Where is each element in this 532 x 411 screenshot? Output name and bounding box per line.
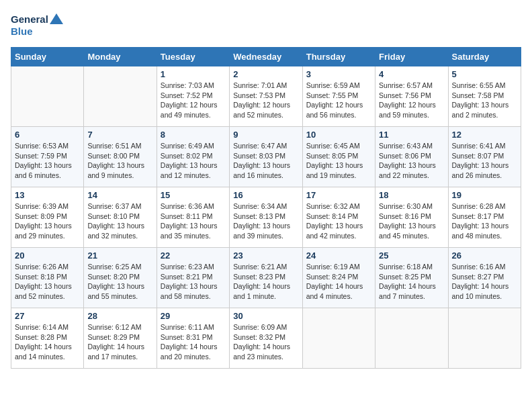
day-number: 16 bbox=[233, 190, 298, 200]
calendar-cell bbox=[375, 308, 448, 369]
day-info: Sunrise: 6:36 AM Sunset: 8:11 PM Dayligh… bbox=[161, 201, 226, 241]
day-info: Sunrise: 6:57 AM Sunset: 7:56 PM Dayligh… bbox=[379, 81, 444, 120]
day-info: Sunrise: 6:25 AM Sunset: 8:20 PM Dayligh… bbox=[87, 262, 152, 302]
calendar-cell: 25Sunrise: 6:18 AM Sunset: 8:25 PM Dayli… bbox=[375, 248, 448, 308]
day-info: Sunrise: 6:26 AM Sunset: 8:18 PM Dayligh… bbox=[15, 262, 80, 302]
page-header: General Blue bbox=[11, 11, 521, 40]
day-info: Sunrise: 6:21 AM Sunset: 8:23 PM Dayligh… bbox=[233, 262, 298, 302]
day-info: Sunrise: 6:19 AM Sunset: 8:24 PM Dayligh… bbox=[306, 262, 371, 302]
day-number: 10 bbox=[306, 130, 371, 140]
day-info: Sunrise: 6:09 AM Sunset: 8:32 PM Dayligh… bbox=[233, 322, 298, 362]
calendar-cell: 5Sunrise: 6:55 AM Sunset: 7:58 PM Daylig… bbox=[448, 66, 521, 127]
day-number: 30 bbox=[233, 311, 298, 321]
day-number: 24 bbox=[306, 250, 371, 261]
calendar-cell: 14Sunrise: 6:37 AM Sunset: 8:10 PM Dayli… bbox=[84, 187, 157, 248]
day-info: Sunrise: 6:28 AM Sunset: 8:17 PM Dayligh… bbox=[452, 201, 517, 241]
day-number: 18 bbox=[379, 190, 444, 200]
calendar-cell bbox=[448, 308, 521, 369]
weekday-header-thursday: Thursday bbox=[302, 48, 375, 66]
calendar-table: SundayMondayTuesdayWednesdayThursdayFrid… bbox=[11, 47, 521, 369]
day-info: Sunrise: 6:47 AM Sunset: 8:03 PM Dayligh… bbox=[233, 141, 298, 181]
day-number: 1 bbox=[161, 69, 226, 79]
calendar-cell: 15Sunrise: 6:36 AM Sunset: 8:11 PM Dayli… bbox=[157, 187, 229, 248]
day-info: Sunrise: 6:55 AM Sunset: 7:58 PM Dayligh… bbox=[452, 81, 517, 120]
day-number: 9 bbox=[233, 130, 298, 140]
day-number: 19 bbox=[452, 190, 517, 200]
calendar-cell: 10Sunrise: 6:45 AM Sunset: 8:05 PM Dayli… bbox=[302, 127, 375, 187]
day-info: Sunrise: 7:01 AM Sunset: 7:53 PM Dayligh… bbox=[233, 81, 298, 120]
day-number: 2 bbox=[233, 69, 298, 79]
day-number: 11 bbox=[379, 130, 444, 140]
day-info: Sunrise: 6:51 AM Sunset: 8:00 PM Dayligh… bbox=[87, 141, 152, 181]
day-info: Sunrise: 6:30 AM Sunset: 8:16 PM Dayligh… bbox=[379, 201, 444, 241]
day-number: 23 bbox=[233, 250, 298, 261]
logo-svg: General Blue bbox=[11, 11, 64, 40]
weekday-header-wednesday: Wednesday bbox=[230, 48, 302, 66]
day-info: Sunrise: 6:16 AM Sunset: 8:27 PM Dayligh… bbox=[452, 262, 517, 302]
day-info: Sunrise: 6:53 AM Sunset: 7:59 PM Dayligh… bbox=[15, 141, 80, 181]
calendar-cell: 6Sunrise: 6:53 AM Sunset: 7:59 PM Daylig… bbox=[11, 127, 84, 187]
day-info: Sunrise: 6:41 AM Sunset: 8:07 PM Dayligh… bbox=[452, 141, 517, 181]
calendar-cell: 23Sunrise: 6:21 AM Sunset: 8:23 PM Dayli… bbox=[230, 248, 302, 308]
logo: General Blue bbox=[11, 11, 64, 40]
svg-text:General: General bbox=[11, 13, 48, 25]
day-number: 21 bbox=[87, 250, 152, 261]
day-info: Sunrise: 6:59 AM Sunset: 7:55 PM Dayligh… bbox=[306, 81, 371, 120]
week-row-5: 27Sunrise: 6:14 AM Sunset: 8:28 PM Dayli… bbox=[11, 308, 521, 369]
week-row-3: 13Sunrise: 6:39 AM Sunset: 8:09 PM Dayli… bbox=[11, 187, 521, 248]
day-number: 20 bbox=[15, 250, 80, 261]
day-info: Sunrise: 6:18 AM Sunset: 8:25 PM Dayligh… bbox=[379, 262, 444, 302]
day-number: 8 bbox=[161, 130, 226, 140]
calendar-cell: 7Sunrise: 6:51 AM Sunset: 8:00 PM Daylig… bbox=[84, 127, 157, 187]
day-number: 26 bbox=[452, 250, 517, 261]
calendar-cell: 13Sunrise: 6:39 AM Sunset: 8:09 PM Dayli… bbox=[11, 187, 84, 248]
calendar-cell: 4Sunrise: 6:57 AM Sunset: 7:56 PM Daylig… bbox=[375, 66, 448, 127]
calendar-cell: 12Sunrise: 6:41 AM Sunset: 8:07 PM Dayli… bbox=[448, 127, 521, 187]
day-number: 3 bbox=[306, 69, 371, 79]
calendar-cell: 20Sunrise: 6:26 AM Sunset: 8:18 PM Dayli… bbox=[11, 248, 84, 308]
calendar-cell: 30Sunrise: 6:09 AM Sunset: 8:32 PM Dayli… bbox=[230, 308, 302, 369]
calendar-cell: 27Sunrise: 6:14 AM Sunset: 8:28 PM Dayli… bbox=[11, 308, 84, 369]
day-info: Sunrise: 6:32 AM Sunset: 8:14 PM Dayligh… bbox=[306, 201, 371, 241]
day-info: Sunrise: 6:39 AM Sunset: 8:09 PM Dayligh… bbox=[15, 201, 80, 241]
day-number: 25 bbox=[379, 250, 444, 261]
day-number: 13 bbox=[15, 190, 80, 200]
calendar-cell: 18Sunrise: 6:30 AM Sunset: 8:16 PM Dayli… bbox=[375, 187, 448, 248]
day-number: 4 bbox=[379, 69, 444, 79]
calendar-cell: 17Sunrise: 6:32 AM Sunset: 8:14 PM Dayli… bbox=[302, 187, 375, 248]
day-number: 22 bbox=[161, 250, 226, 261]
day-info: Sunrise: 6:11 AM Sunset: 8:31 PM Dayligh… bbox=[161, 322, 226, 362]
calendar-cell: 19Sunrise: 6:28 AM Sunset: 8:17 PM Dayli… bbox=[448, 187, 521, 248]
calendar-cell: 21Sunrise: 6:25 AM Sunset: 8:20 PM Dayli… bbox=[84, 248, 157, 308]
weekday-header-row: SundayMondayTuesdayWednesdayThursdayFrid… bbox=[11, 48, 521, 66]
week-row-2: 6Sunrise: 6:53 AM Sunset: 7:59 PM Daylig… bbox=[11, 127, 521, 187]
day-number: 29 bbox=[161, 311, 226, 321]
day-number: 12 bbox=[452, 130, 517, 140]
calendar-cell: 9Sunrise: 6:47 AM Sunset: 8:03 PM Daylig… bbox=[230, 127, 302, 187]
calendar-cell: 11Sunrise: 6:43 AM Sunset: 8:06 PM Dayli… bbox=[375, 127, 448, 187]
day-info: Sunrise: 6:23 AM Sunset: 8:21 PM Dayligh… bbox=[161, 262, 226, 302]
day-info: Sunrise: 6:14 AM Sunset: 8:28 PM Dayligh… bbox=[15, 322, 80, 362]
day-number: 6 bbox=[15, 130, 80, 140]
calendar-cell: 16Sunrise: 6:34 AM Sunset: 8:13 PM Dayli… bbox=[230, 187, 302, 248]
day-info: Sunrise: 6:34 AM Sunset: 8:13 PM Dayligh… bbox=[233, 201, 298, 241]
weekday-header-monday: Monday bbox=[84, 48, 157, 66]
day-number: 28 bbox=[87, 311, 152, 321]
weekday-header-tuesday: Tuesday bbox=[157, 48, 229, 66]
day-number: 7 bbox=[87, 130, 152, 140]
svg-text:Blue: Blue bbox=[11, 26, 33, 37]
weekday-header-sunday: Sunday bbox=[11, 48, 84, 66]
calendar-cell bbox=[302, 308, 375, 369]
week-row-1: 1Sunrise: 7:03 AM Sunset: 7:52 PM Daylig… bbox=[11, 66, 521, 127]
week-row-4: 20Sunrise: 6:26 AM Sunset: 8:18 PM Dayli… bbox=[11, 248, 521, 308]
day-info: Sunrise: 6:49 AM Sunset: 8:02 PM Dayligh… bbox=[161, 141, 226, 181]
day-number: 17 bbox=[306, 190, 371, 200]
calendar-cell: 22Sunrise: 6:23 AM Sunset: 8:21 PM Dayli… bbox=[157, 248, 229, 308]
day-number: 27 bbox=[15, 311, 80, 321]
calendar-cell bbox=[11, 66, 84, 127]
calendar-cell: 8Sunrise: 6:49 AM Sunset: 8:02 PM Daylig… bbox=[157, 127, 229, 187]
weekday-header-saturday: Saturday bbox=[448, 48, 521, 66]
calendar-cell bbox=[84, 66, 157, 127]
day-number: 5 bbox=[452, 69, 517, 79]
calendar-cell: 24Sunrise: 6:19 AM Sunset: 8:24 PM Dayli… bbox=[302, 248, 375, 308]
